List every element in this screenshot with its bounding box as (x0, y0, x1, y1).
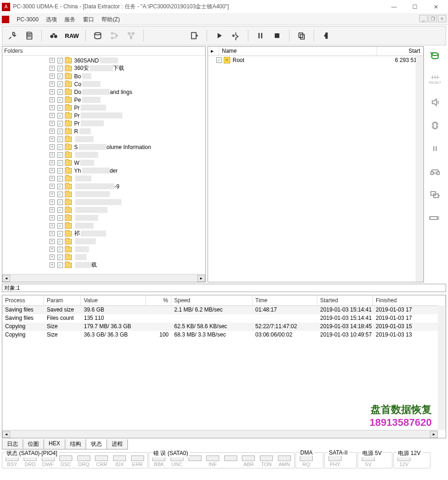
folder-checkbox[interactable]: ✓ (57, 207, 63, 213)
menu-pc3000[interactable]: PC-3000 (13, 14, 42, 25)
expand-icon[interactable]: + (50, 105, 55, 110)
folder-checkbox[interactable]: ✓ (57, 247, 63, 252)
refresh-disk-icon[interactable] (428, 49, 442, 63)
folder-checkbox[interactable]: ✓ (57, 121, 63, 126)
tree-row[interactable]: + ✓ . (3, 198, 204, 206)
tree-row[interactable]: + ✓ . 载 (3, 261, 204, 269)
tree-row[interactable]: + ✓ . (3, 135, 204, 143)
tab-struct[interactable]: 结构 (65, 439, 86, 449)
menu-help[interactable]: 帮助(Z) (98, 14, 123, 25)
tree-row[interactable]: + ✓ Do . and lings (3, 88, 204, 96)
folder-checkbox[interactable]: ✓ (57, 74, 63, 79)
tree-row[interactable]: + ✓ 360SAND . (3, 56, 204, 64)
expand-icon[interactable]: + (50, 239, 55, 244)
tab-process[interactable]: 进程 (107, 439, 128, 449)
expand-icon[interactable]: + (50, 129, 55, 134)
table-scroll-left[interactable]: ◄ (2, 431, 10, 438)
table-row[interactable]: Saving filesFiles count135 1102019-01-03… (2, 314, 446, 323)
folder-checkbox[interactable]: ✓ (57, 231, 63, 237)
folder-checkbox[interactable]: ✓ (57, 137, 63, 142)
folder-checkbox[interactable]: ✓ (57, 168, 63, 174)
scroll-right-icon[interactable]: ► (197, 275, 205, 282)
expand-icon[interactable]: + (50, 113, 55, 118)
header-speed[interactable]: Speed (171, 295, 252, 305)
folder-checkbox[interactable]: ✓ (57, 255, 63, 260)
folder-checkbox[interactable]: ✓ (57, 105, 63, 111)
expand-icon[interactable]: + (50, 160, 55, 165)
tab-hex[interactable]: HEX (44, 439, 65, 449)
scroll-left-icon[interactable]: ◄ (2, 275, 10, 282)
exit-button[interactable] (319, 28, 334, 43)
tree-row[interactable]: + ✓ 祁 . (3, 230, 204, 237)
menu-window[interactable]: 窗口 (79, 14, 98, 25)
expand-icon[interactable]: + (50, 81, 55, 87)
folder-checkbox[interactable]: ✓ (57, 66, 63, 71)
expand-icon[interactable]: + (50, 66, 55, 71)
tree-row[interactable]: + ✓ . (3, 190, 204, 198)
header-param[interactable]: Param (44, 295, 81, 305)
reset-icon[interactable]: RESET (428, 72, 442, 86)
folder-checkbox[interactable]: ✓ (57, 239, 63, 244)
tree-row[interactable]: + ✓ Yh . der (3, 167, 204, 175)
graph1-button[interactable] (107, 28, 122, 43)
table-scroll-right[interactable]: ► (430, 431, 438, 438)
binoculars-button[interactable] (46, 28, 61, 43)
folder-checkbox[interactable]: ✓ (57, 81, 63, 87)
table-vertical-scrollbar[interactable] (438, 305, 446, 430)
tree-row[interactable]: + ✓ Pr . (3, 112, 204, 119)
tree-row[interactable]: + ✓ W . (3, 159, 204, 167)
root-row[interactable]: ✓ R Root 6 293 514 (208, 56, 423, 64)
tree-row[interactable]: + ✓ Pe . (3, 96, 204, 104)
folder-checkbox[interactable]: ✓ (57, 184, 63, 189)
close-button[interactable]: ✕ (425, 0, 446, 13)
minimize-button[interactable]: — (384, 0, 404, 13)
tree-row[interactable]: + ✓ . (3, 214, 204, 222)
expand-icon[interactable]: + (50, 144, 55, 150)
folder-checkbox[interactable]: ✓ (57, 113, 63, 118)
tree-row[interactable]: + ✓ . -9 (3, 182, 204, 190)
content-vertical-scrollbar[interactable] (416, 56, 423, 282)
folder-checkbox[interactable]: ✓ (57, 176, 63, 181)
menu-service[interactable]: 服务 (61, 14, 79, 25)
tab-bitmap[interactable]: 位图 (23, 439, 44, 449)
table-row[interactable]: CopyingSize179.7 MB/ 36.3 GB62.5 KB/ 58.… (2, 323, 446, 331)
tree-row[interactable]: + ✓ . (3, 175, 204, 182)
tree-row[interactable]: + ✓ S . olume Information (3, 143, 204, 151)
folder-checkbox[interactable]: ✓ (57, 58, 63, 63)
tree-row[interactable]: + ✓ . (3, 206, 204, 214)
expand-icon[interactable]: + (50, 184, 55, 189)
folder-tree[interactable]: + ✓ 360SAND . + ✓ 360安 . 下载+ ✓ Bo . + ✓ … (2, 56, 205, 274)
script-button[interactable] (22, 28, 37, 43)
copy-button[interactable] (294, 28, 309, 43)
pause-side-icon[interactable] (428, 142, 442, 156)
disk-button[interactable] (90, 28, 105, 43)
folder-checkbox[interactable]: ✓ (57, 215, 63, 221)
mdi-minimize-button[interactable]: _ (419, 15, 428, 22)
tree-row[interactable]: + ✓ Co . (3, 80, 204, 88)
tree-row[interactable]: + ✓ R . (3, 127, 204, 135)
tree-row[interactable]: + ✓ . (3, 245, 204, 253)
folders-horizontal-scrollbar[interactable]: ◄ ► (2, 274, 205, 282)
folder-checkbox[interactable]: ✓ (57, 160, 63, 166)
name-column[interactable]: Name (219, 47, 377, 56)
raw-label[interactable]: RAW (65, 32, 79, 39)
expand-icon[interactable]: + (50, 207, 55, 212)
expand-icon[interactable]: + (50, 192, 55, 197)
tree-row[interactable]: + ✓ . (3, 151, 204, 159)
expand-icon[interactable]: + (50, 152, 55, 157)
expand-icon[interactable]: + (50, 231, 55, 236)
pause-button[interactable] (253, 28, 268, 43)
chip-icon[interactable] (428, 118, 442, 132)
expand-icon[interactable]: + (50, 97, 55, 102)
map-icon[interactable] (428, 165, 442, 179)
folder-checkbox[interactable]: ✓ (57, 129, 63, 134)
start-column[interactable]: Start (377, 47, 423, 56)
tree-row[interactable]: + ✓ . (3, 222, 204, 230)
tree-row[interactable]: + ✓ Pr . (3, 119, 204, 127)
folder-checkbox[interactable]: ✓ (57, 192, 63, 197)
header-finished[interactable]: Finished (373, 295, 446, 305)
header-time[interactable]: Time (252, 295, 317, 305)
expand-icon[interactable]: + (50, 262, 55, 268)
tab-log[interactable]: 日志 (2, 439, 23, 449)
expand-icon[interactable]: + (50, 247, 55, 252)
